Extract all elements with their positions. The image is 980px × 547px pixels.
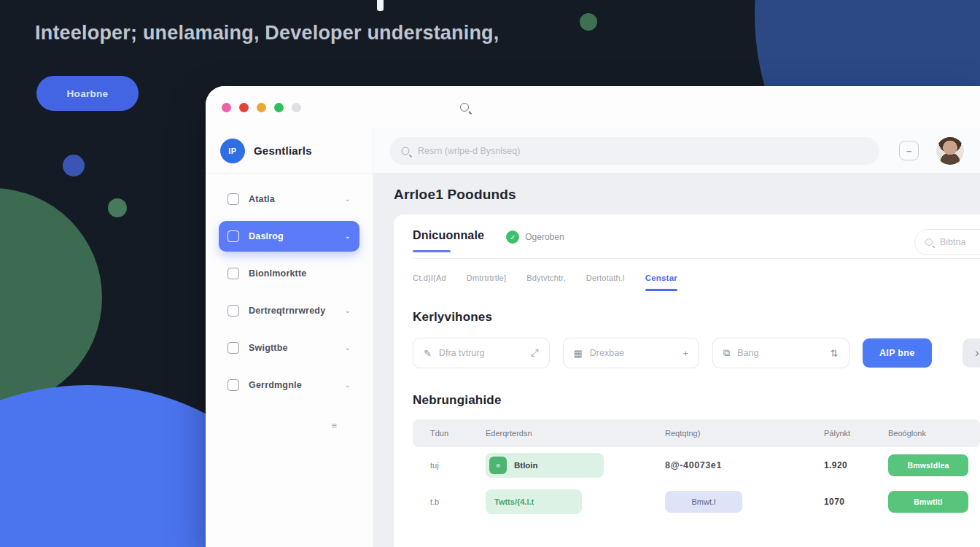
badge-icon: ≋ — [489, 457, 507, 474]
plus-icon[interactable]: + — [682, 348, 688, 359]
topbar: Resrn (wrlpe-d Bysnlseq) – — [373, 128, 980, 174]
active-tab-underline — [413, 250, 451, 252]
verified-label: Ogeroben — [525, 232, 564, 242]
sidebar-item-label: Dertreqtrnrwredy — [249, 306, 325, 316]
filter-input-type[interactable]: ✎ Dfra tvtrurg ⤢ — [413, 338, 550, 368]
filter-input-date[interactable]: ▦ Drexbae + — [563, 338, 700, 368]
background-dot-green-top — [580, 13, 597, 31]
sidebar-nav: Atatla ⌄ Daslrog ⌄ Bionlmorktte Dertreqt… — [206, 174, 373, 431]
aip-primary-button[interactable]: AIP bne — [863, 338, 932, 368]
chevron-down-icon: ⌄ — [345, 381, 351, 389]
background-circle-green — [0, 188, 102, 407]
subtab-active[interactable]: Censtar — [645, 274, 677, 291]
badge-label: Btloin — [514, 461, 538, 470]
expand-icon[interactable]: ⤢ — [531, 347, 538, 359]
traffic-light-pink[interactable] — [222, 103, 231, 112]
column-header: Ederqrterdsn — [486, 429, 665, 438]
brand-name: Gesntliarls — [254, 144, 312, 157]
pencil-icon: ✎ — [424, 348, 432, 359]
status-badge: ≋ Btloin — [486, 453, 604, 478]
traffic-light-green[interactable] — [274, 103, 284, 112]
filter-row: ✎ Dfra tvtrurg ⤢ ▦ Drexbae + ⧉ Bang — [413, 338, 980, 368]
search-placeholder: Resrn (wrlpe-d Bysnlseq) — [418, 146, 520, 156]
table-row[interactable]: tuj ≋ Btloin 8@-40073e1 1.920 Bmwstdlea — [413, 447, 980, 484]
verified-badge: ✓ Ogeroben — [506, 230, 564, 244]
card-icon — [228, 193, 239, 205]
main-card: Dnicuonnale ✓ Ogeroben Bibtna — [394, 214, 980, 547]
minimize-button[interactable]: – — [899, 141, 919, 160]
traffic-lights — [222, 103, 301, 112]
cutoff-text-fragment — [377, 0, 384, 11]
row-id: tuj — [430, 461, 486, 470]
browser-window: IP Gesntliarls Atatla ⌄ Daslrog ⌄ Bionlm… — [206, 86, 980, 547]
app-body: IP Gesntliarls Atatla ⌄ Daslrog ⌄ Bionlm… — [206, 128, 980, 547]
row-action-button[interactable]: Bmwstdlea — [888, 454, 968, 476]
subtab-3[interactable]: Dertotath.l — [586, 274, 625, 282]
background-dot-blue — [63, 155, 85, 176]
sidebar-item-label: Gerrdmgnle — [249, 380, 302, 390]
chevron-down-icon: ⌄ — [345, 233, 351, 240]
row-id: t.b — [430, 497, 486, 506]
brand-logo-icon: IP — [220, 139, 245, 163]
table-row[interactable]: t.b Twtts/{4.l.t Bmwt.l 1070 — [413, 484, 980, 520]
subtab-0[interactable]: Ct.d)I{Ad — [413, 274, 446, 282]
row-badge-cell: ≋ Btloin — [486, 453, 665, 478]
brand: IP Gesntliarls — [206, 128, 373, 174]
subtab-1[interactable]: Dmtrtrtrtle] — [467, 274, 506, 282]
folder-icon — [228, 305, 239, 317]
sidebar-item-gerrdmgnle[interactable]: Gerrdmgnle ⌄ — [219, 370, 359, 400]
shield-icon — [228, 342, 239, 354]
background-dot-green — [108, 198, 127, 217]
card-tab-active[interactable]: Dnicuonnale — [413, 229, 484, 252]
row-reference: 8@-40073e1 — [665, 460, 824, 470]
sidebar-item-swigttbe[interactable]: Swigttbe ⌄ — [219, 333, 359, 363]
card-tab-label: Dnicuonnale — [413, 229, 484, 242]
browser-chrome-bar — [206, 86, 980, 128]
row-action-button[interactable]: Bmwtltl — [888, 491, 968, 513]
traffic-light-gray[interactable] — [292, 103, 301, 112]
filter-input-range[interactable]: ⧉ Bang ⇅ — [712, 338, 849, 368]
sort-icon[interactable]: ⇅ — [831, 348, 839, 359]
sidebar-item-atatla[interactable]: Atatla ⌄ — [219, 184, 359, 214]
tag-badge: Bmwt.l — [665, 491, 742, 513]
row-action-cell: Bmwtltl — [888, 491, 980, 513]
hero-cta-button[interactable]: Hoarbne — [36, 76, 139, 111]
row-badge-cell: Twtts/{4.l.t — [486, 489, 665, 514]
sidebar-item-dertreqtrnrwredy[interactable]: Dertreqtrnrwredy ⌄ — [219, 295, 359, 326]
data-table: Tdun Ederqrterdsn Reqtqtng) Pálynkt Beoó… — [413, 419, 980, 520]
traffic-light-yellow[interactable] — [257, 103, 266, 112]
hero-heading: Inteeloper; unelamaing, Developer unders… — [35, 22, 499, 44]
dashboard-icon — [228, 230, 239, 242]
avatar[interactable] — [936, 137, 964, 165]
sidebar-item-label: Daslrog — [249, 231, 284, 241]
chevron-down-icon: ⌄ — [345, 195, 351, 203]
sidebar-item-label: Swigttbe — [249, 343, 288, 353]
sidebar-item-label: Atatla — [249, 194, 275, 204]
column-header: Tdun — [430, 429, 486, 438]
sidebar: IP Gesntliarls Atatla ⌄ Daslrog ⌄ Bionlm… — [206, 128, 373, 547]
subtabs: Ct.d)I{Ad Dmtrtrtrtle] Bdytvtchtr, Derto… — [413, 259, 980, 291]
row-action-cell: Bmwstdlea — [888, 454, 980, 476]
collapse-sidebar-icon[interactable]: ≡ — [331, 420, 338, 431]
next-button[interactable]: › — [962, 338, 980, 368]
card-header: Dnicuonnale ✓ Ogeroben Bibtna — [413, 229, 980, 255]
sidebar-item-bionlmorktte[interactable]: Bionlmorktte — [219, 258, 359, 289]
traffic-light-red[interactable] — [239, 103, 249, 112]
map-icon: ⧉ — [723, 347, 730, 359]
filter-input-value: Bang — [737, 348, 758, 358]
search-icon[interactable] — [460, 103, 469, 112]
badge-label: Twtts/{4.l.t — [494, 497, 534, 506]
sidebar-item-label: Bionlmorktte — [249, 268, 307, 279]
row-tag-cell: Bmwt.l — [665, 491, 824, 513]
calendar-icon: ▦ — [574, 348, 583, 359]
subtab-2[interactable]: Bdytvtchtr, — [526, 274, 566, 282]
global-search-input[interactable]: Resrn (wrlpe-d Bysnlseq) — [389, 137, 879, 165]
filters-heading: Kerlyvihones — [413, 310, 980, 325]
card-search-input[interactable]: Bibtna — [914, 229, 980, 255]
content: Arrloe1 Poodunds Dnicuonnale ✓ Ogeroben — [373, 174, 980, 547]
column-header: Beoóglonk — [888, 429, 980, 438]
briefcase-icon — [228, 379, 239, 391]
sidebar-item-daslrog-active[interactable]: Daslrog ⌄ — [219, 221, 359, 252]
search-icon — [925, 238, 933, 246]
chevron-down-icon: ⌄ — [345, 307, 351, 314]
